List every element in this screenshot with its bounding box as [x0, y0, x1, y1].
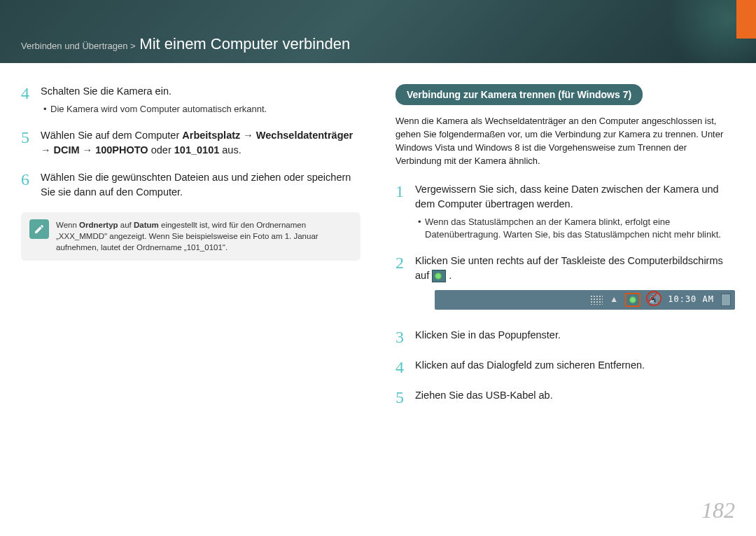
step-body: Wählen Sie die gewünschten Dateien aus u… [41, 170, 360, 200]
step-body: Vergewissern Sie sich, dass keine Daten … [415, 182, 735, 241]
bold-text: 101_0101 [174, 144, 220, 156]
chevron-up-icon: ▲ [610, 294, 618, 305]
page-header: Verbinden und Übertragen > Mit einem Com… [0, 0, 756, 63]
arrow: → [41, 144, 54, 156]
taskbar-clock: 10:30 AM [668, 294, 714, 305]
step-number: 3 [396, 328, 415, 345]
bold-text: Wechseldatenträger [256, 130, 353, 141]
step-2-right: 2 Klicken Sie unten rechts auf der Taskl… [396, 254, 735, 315]
left-column: 4 Schalten Sie die Kamera ein. Die Kamer… [21, 84, 360, 418]
bold-text: Arbeitsplatz [182, 130, 240, 141]
step-text: oder [148, 144, 174, 156]
bold-text: 100PHOTO [95, 144, 148, 156]
step-text: Klicken Sie unten rechts auf der Tasklei… [415, 255, 723, 281]
section-heading-pill: Verbindung zur Kamera trennen (für Windo… [396, 84, 643, 105]
step-5-left: 5 Wählen Sie auf dem Computer Arbeitspla… [21, 128, 360, 158]
page-number: 182 [701, 497, 735, 523]
step-body: Schalten Sie die Kamera ein. Die Kamera … [41, 84, 360, 116]
step-text: . [449, 270, 451, 281]
step-number: 4 [21, 84, 41, 116]
safely-remove-highlighted-icon [625, 293, 640, 307]
right-column: Verbindung zur Kamera trennen (für Windo… [396, 84, 735, 418]
step-text: aus. [219, 144, 241, 156]
show-desktop-icon [721, 294, 731, 306]
note-box: Wenn Ordnertyp auf Datum eingestellt ist… [21, 212, 360, 260]
step-body: Wählen Sie auf dem Computer Arbeitsplatz… [41, 128, 360, 158]
taskbar-illustration: ▲ 🔊 10:30 AM [435, 290, 735, 310]
bold-text: DCIM [54, 144, 80, 156]
intro-text: Wenn die Kamera als Wechseldatenträger a… [396, 115, 735, 167]
step-6-left: 6 Wählen Sie die gewünschten Dateien aus… [21, 170, 360, 200]
step-number: 4 [396, 358, 415, 376]
volume-muted-icon: 🔊 [648, 292, 661, 308]
arrow: → [240, 130, 256, 141]
step-5-right: 5 Ziehen Sie das USB-Kabel ab. [396, 388, 735, 406]
step-text: Wählen Sie die gewünschten Dateien aus u… [41, 172, 351, 198]
content-area: 4 Schalten Sie die Kamera ein. Die Kamer… [0, 63, 756, 418]
step-number: 5 [396, 388, 415, 406]
pen-icon [29, 219, 49, 239]
step-body: Ziehen Sie das USB-Kabel ab. [415, 388, 735, 406]
step-bullet: Die Kamera wird vom Computer automatisch… [41, 103, 360, 116]
grip-icon [590, 295, 603, 305]
step-body: Klicken auf das Dialogfeld zum sicheren … [415, 358, 735, 376]
section-tab [736, 0, 756, 39]
step-number: 6 [21, 170, 41, 200]
step-3-right: 3 Klicken Sie in das Popupfenster. [396, 328, 735, 345]
step-number: 5 [21, 128, 41, 158]
safely-remove-icon [432, 270, 446, 282]
page-title: Mit einem Computer verbinden [139, 35, 350, 53]
step-body: Klicken Sie in das Popupfenster. [415, 328, 735, 345]
arrow: → [80, 144, 96, 156]
step-number: 2 [396, 254, 415, 315]
step-body: Klicken Sie unten rechts auf der Tasklei… [415, 254, 735, 315]
step-4-left: 4 Schalten Sie die Kamera ein. Die Kamer… [21, 84, 360, 116]
step-1-right: 1 Vergewissern Sie sich, dass keine Date… [396, 182, 735, 241]
breadcrumb: Verbinden und Übertragen > [21, 41, 138, 51]
step-4-right: 4 Klicken auf das Dialogfeld zum sichere… [396, 358, 735, 376]
step-text: Schalten Sie die Kamera ein. [41, 85, 172, 97]
step-number: 1 [396, 182, 415, 241]
step-bullet: Wenn das Statuslämpchen an der Kamera bl… [415, 216, 735, 241]
step-text: Wählen Sie auf dem Computer [41, 130, 182, 141]
note-text: Wenn Ordnertyp auf Datum eingestellt ist… [56, 219, 352, 253]
step-text: Vergewissern Sie sich, dass keine Daten … [415, 184, 719, 209]
